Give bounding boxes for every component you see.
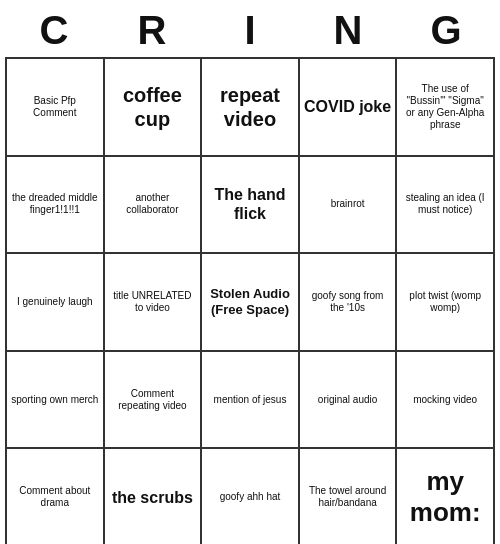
bingo-header: C R I N G <box>5 8 495 53</box>
bingo-cell-4: The use of "Bussin'" "Sigma" or any Gen-… <box>397 59 495 157</box>
bingo-cell-14: plot twist (womp womp) <box>397 254 495 352</box>
bingo-cell-10: I genuinely laugh <box>7 254 105 352</box>
bingo-cell-2: repeat video <box>202 59 300 157</box>
bingo-cell-0: Basic Pfp Comment <box>7 59 105 157</box>
bingo-grid: Basic Pfp Commentcoffee cuprepeat videoC… <box>5 57 495 544</box>
header-c: C <box>9 8 99 53</box>
bingo-cell-20: Comment about drama <box>7 449 105 544</box>
bingo-cell-1: coffee cup <box>105 59 203 157</box>
bingo-cell-24: my mom: <box>397 449 495 544</box>
bingo-cell-18: original audio <box>300 352 398 450</box>
header-n: N <box>303 8 393 53</box>
bingo-cell-19: mocking video <box>397 352 495 450</box>
bingo-cell-7: The hand flick <box>202 157 300 255</box>
bingo-cell-21: the scrubs <box>105 449 203 544</box>
bingo-cell-6: another collaborator <box>105 157 203 255</box>
bingo-cell-22: goofy ahh hat <box>202 449 300 544</box>
bingo-cell-12: Stolen Audio (Free Space) <box>202 254 300 352</box>
bingo-cell-11: title UNRELATED to video <box>105 254 203 352</box>
bingo-cell-5: the dreaded middle finger1!1!!1 <box>7 157 105 255</box>
header-g: G <box>401 8 491 53</box>
header-i: I <box>205 8 295 53</box>
bingo-cell-15: sporting own merch <box>7 352 105 450</box>
bingo-cell-16: Comment repeating video <box>105 352 203 450</box>
bingo-cell-17: mention of jesus <box>202 352 300 450</box>
header-r: R <box>107 8 197 53</box>
bingo-cell-23: The towel around hair/bandana <box>300 449 398 544</box>
bingo-container: C R I N G Basic Pfp Commentcoffee cuprep… <box>5 8 495 544</box>
bingo-cell-13: goofy song from the '10s <box>300 254 398 352</box>
bingo-cell-3: COVID joke <box>300 59 398 157</box>
bingo-cell-9: stealing an idea (I must notice) <box>397 157 495 255</box>
bingo-cell-8: brainrot <box>300 157 398 255</box>
